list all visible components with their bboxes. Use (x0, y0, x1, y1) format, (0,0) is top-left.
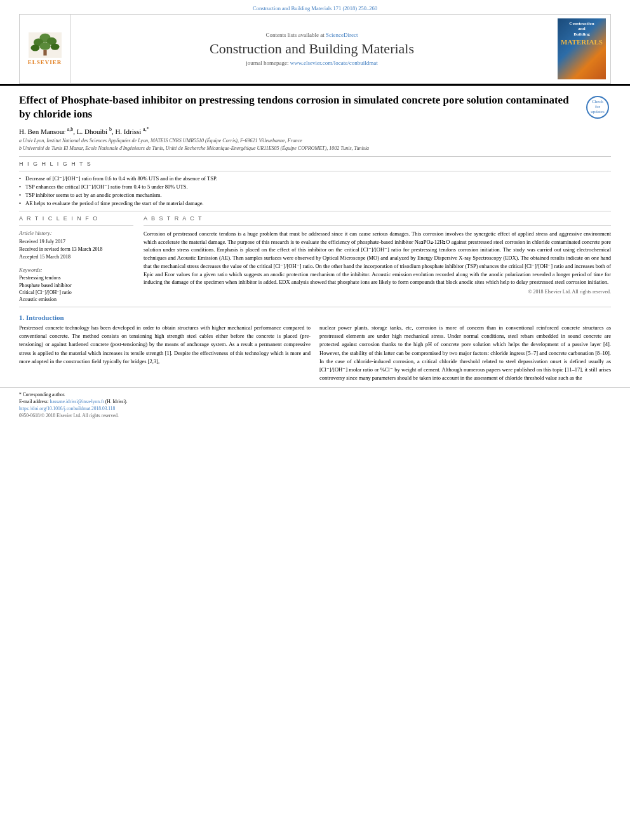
affiliation-a: a Univ Lyon, Institut National des Scien… (19, 138, 611, 144)
svg-point-6 (50, 43, 59, 50)
highlights-label: H I G H L I G H T S (19, 161, 611, 167)
journal-cover-section: Construction and Building MATERIALS (553, 15, 610, 83)
cover-title-top: Construction and Building (569, 21, 594, 37)
corresponding-note: * Corresponding author. (19, 392, 611, 397)
contents-line: Contents lists available at ScienceDirec… (266, 32, 358, 38)
journal-header: Construction and Building Materials 171 … (0, 0, 630, 84)
journal-homepage: journal homepage: www.elsevier.com/locat… (246, 60, 377, 66)
keywords-label: Keywords: (19, 267, 133, 273)
elsevier-logo-section: ELSEVIER (20, 15, 70, 83)
article-content: Effect of Phosphate-based inhibitor on p… (0, 90, 630, 382)
intro-left-col: Prestressed concrete technology has been… (19, 324, 311, 382)
article-title: Effect of Phosphate-based inhibitor on p… (19, 93, 578, 121)
intro-right-text: nuclear power plants, storage tanks, etc… (319, 324, 611, 382)
cover-materials: MATERIALS (561, 38, 603, 46)
keywords-section: Keywords: Prestressing tendons Phosphate… (19, 267, 133, 303)
copyright-line: © 2018 Elsevier Ltd. All rights reserved… (144, 289, 611, 295)
journal-cover-image: Construction and Building MATERIALS (558, 18, 606, 79)
keyword-2: Phosphate based inhibitor (19, 282, 133, 289)
keyword-3: Critical [Cl⁻]/[OH⁻] ratio (19, 289, 133, 296)
doi-link[interactable]: https://doi.org/10.1016/j.conbuildmat.20… (19, 406, 611, 411)
introduction-section: 1. Introduction Prestressed concrete tec… (19, 314, 611, 382)
article-info-col: A R T I C L E I N F O Article history: R… (19, 215, 133, 303)
journal-title: Construction and Building Materials (210, 41, 414, 57)
footer-section: * Corresponding author. E-mail address: … (0, 387, 630, 421)
email-note: E-mail address: hassane.idrissi@insa-lyo… (19, 399, 611, 404)
highlights-section: H I G H L I G H T S Decrease of [Cl⁻]/[O… (19, 161, 611, 207)
keyword-1: Prestressing tendons (19, 274, 133, 281)
journal-center: Contents lists available at ScienceDirec… (70, 15, 553, 83)
badge-circle: Checkforupdates (586, 96, 609, 119)
abstract-text: Corrosion of prestressed concrete tendon… (144, 230, 611, 286)
divider-highlights (19, 171, 611, 171)
keyword-4: Acoustic emission (19, 296, 133, 303)
elsevier-label: ELSEVIER (28, 59, 62, 65)
divider-3 (19, 307, 611, 307)
article-info-label: A R T I C L E I N F O (19, 215, 133, 222)
intro-left-text: Prestressed concrete technology has been… (19, 324, 311, 366)
intro-body: Prestressed concrete technology has been… (19, 324, 611, 382)
header-box: ELSEVIER Contents lists available at Sci… (19, 14, 611, 84)
article-revised: Received in revised form 13 March 2018 (19, 246, 133, 253)
highlight-item-1: Decrease of [Cl⁻]/[OH⁻] ratio from 0.6 t… (19, 175, 611, 182)
homepage-url[interactable]: www.elsevier.com/locate/conbuildmat (290, 60, 378, 66)
abstract-label: A B S T R A C T (144, 215, 611, 222)
doi-line: https://doi.org/10.1016/j.conbuildmat.20… (19, 406, 611, 411)
divider-info (19, 225, 133, 226)
article-title-section: Effect of Phosphate-based inhibitor on p… (19, 90, 611, 121)
badge-check-text: Checkforupdates (591, 100, 604, 114)
section-title: 1. Introduction (19, 314, 611, 321)
divider-1 (19, 156, 611, 157)
elsevier-logo: ELSEVIER (28, 32, 62, 65)
email-link[interactable]: hassane.idrissi@insa-lyon.fr (50, 399, 104, 404)
highlight-item-3: TSP inhibitor seems to act by an anodic … (19, 192, 611, 199)
highlight-item-2: TSP enhances the critical [Cl⁻]/[OH⁻] ra… (19, 183, 611, 190)
issn-line: 0950-0618/© 2018 Elsevier Ltd. All right… (19, 413, 611, 418)
svg-point-4 (30, 44, 39, 51)
elsevier-tree-icon (29, 32, 62, 58)
article-info-abstract: A R T I C L E I N F O Article history: R… (19, 215, 611, 303)
divider-abstract (144, 225, 611, 226)
thick-divider (0, 84, 630, 86)
abstract-col: A B S T R A C T Corrosion of prestressed… (144, 215, 611, 303)
article-history-label: Article history: (19, 230, 133, 236)
authors-line: H. Ben Mansour a,b, L. Dhouibi b, H. Idr… (19, 126, 611, 135)
page: Construction and Building Materials 171 … (0, 0, 630, 840)
sciencedirect-link[interactable]: ScienceDirect (326, 32, 358, 38)
affiliation-b: b Université de Tunis El Manar, Ecole Na… (19, 145, 611, 152)
highlight-item-4: AE helps to evaluate the period of time … (19, 200, 611, 207)
svg-rect-7 (43, 50, 46, 56)
journal-ref-line: Construction and Building Materials 171 … (253, 5, 377, 11)
check-updates-badge: Checkforupdates (584, 96, 611, 119)
article-accepted: Accepted 15 March 2018 (19, 253, 133, 260)
svg-point-5 (39, 43, 50, 50)
intro-right-col: nuclear power plants, storage tanks, etc… (319, 324, 611, 382)
divider-2 (19, 211, 611, 211)
article-received: Received 19 July 2017 (19, 238, 133, 245)
